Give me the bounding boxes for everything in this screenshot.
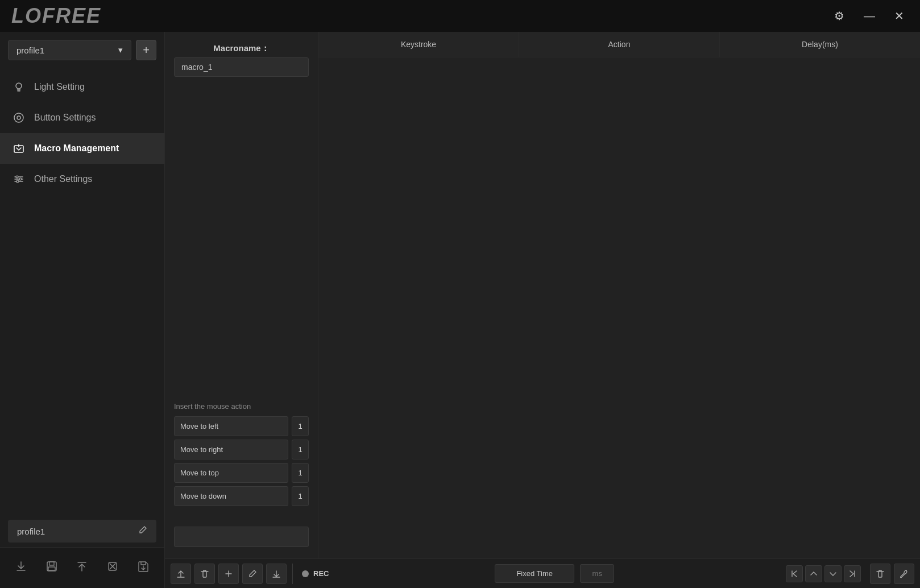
move-down-row: Move to down 1	[174, 486, 309, 506]
settings-button[interactable]: ⚙	[830, 7, 849, 25]
sidebar-item-button-settings[interactable]: Button Settings	[0, 102, 164, 133]
rec-label: REC	[313, 569, 329, 578]
macro-table-body	[318, 57, 920, 558]
sidebar-import-button[interactable]	[11, 557, 31, 579]
ms-input[interactable]	[580, 564, 614, 583]
profile-label: profile1	[17, 527, 45, 536]
nav-items: Light Setting Button Settings	[0, 72, 164, 588]
macro-icon	[11, 141, 26, 156]
fixed-time-section: Fixed Time	[332, 564, 777, 583]
move-left-row: Move to left 1	[174, 416, 309, 436]
move-top-row: Move to top 1	[174, 463, 309, 483]
profile-selector: profile1 ▾ +	[8, 40, 156, 60]
sidebar-item-label-light: Light Setting	[34, 82, 85, 92]
arrow-buttons	[786, 565, 861, 582]
sidebar-item-label-button: Button Settings	[34, 113, 96, 123]
move-top-value: 1	[292, 463, 309, 483]
sidebar-bottom-toolbar	[0, 547, 164, 588]
chevron-down-icon: ▾	[118, 45, 123, 55]
macro-name-bottom-input[interactable]	[174, 527, 309, 547]
move-left-button[interactable]: Move to left	[174, 416, 288, 436]
mouse-action-section: Insert the mouse action Move to left 1 M…	[174, 402, 309, 510]
arrow-last-button[interactable]	[844, 565, 861, 582]
svg-rect-12	[48, 567, 55, 570]
profile-add-button[interactable]: +	[136, 40, 156, 60]
profile-edit-button[interactable]	[138, 525, 147, 537]
svg-point-0	[16, 83, 22, 89]
toolbar-add-button[interactable]	[218, 564, 239, 584]
table-header-delay: Delay(ms)	[720, 32, 920, 57]
window-controls: ⚙ — ✕	[830, 7, 909, 25]
sidebar: profile1 ▾ + Light Setting	[0, 32, 165, 588]
move-right-row: Move to right 1	[174, 440, 309, 459]
other-settings-icon	[11, 172, 26, 187]
move-right-value: 1	[292, 440, 309, 459]
toolbar-clear-button[interactable]	[870, 564, 890, 584]
toolbar-trash-button[interactable]	[194, 564, 215, 584]
profile-label-bar: profile1	[8, 520, 156, 543]
button-settings-icon	[11, 110, 26, 125]
move-down-button[interactable]: Move to down	[174, 486, 288, 506]
arrow-first-button[interactable]	[786, 565, 803, 582]
macroname-input[interactable]	[174, 57, 309, 77]
macroname-section: Macroname：	[174, 43, 309, 77]
macro-bottom-buttons	[171, 564, 293, 584]
macro-right-panel: Keystroke Action Delay(ms)	[318, 32, 920, 558]
profile-dropdown-value: profile1	[16, 45, 44, 55]
macro-table-header: Keystroke Action Delay(ms)	[318, 32, 920, 57]
move-right-button[interactable]: Move to right	[174, 440, 288, 459]
move-top-button[interactable]: Move to top	[174, 463, 288, 483]
arrow-up-button[interactable]	[805, 565, 822, 582]
svg-rect-11	[49, 562, 54, 565]
move-down-value: 1	[292, 486, 309, 506]
svg-point-1	[14, 113, 23, 122]
sidebar-export-button[interactable]	[134, 557, 153, 579]
table-header-keystroke: Keystroke	[318, 32, 519, 57]
app-logo: Lofree	[11, 4, 101, 28]
table-header-action: Action	[519, 32, 720, 57]
macro-name-bottom	[174, 527, 309, 547]
toolbar-upload-button[interactable]	[171, 564, 191, 584]
arrow-down-button[interactable]	[824, 565, 842, 582]
main-layout: profile1 ▾ + Light Setting	[0, 32, 920, 588]
bottom-toolbar: REC Fixed Time	[165, 558, 920, 588]
mouse-action-title: Insert the mouse action	[174, 402, 309, 411]
rec-dot	[302, 570, 309, 577]
macro-panel: Macroname： Insert the mouse action Move …	[165, 32, 920, 558]
svg-point-8	[19, 178, 22, 180]
toolbar-wrench-button[interactable]	[894, 564, 914, 584]
sidebar-save-button[interactable]	[42, 557, 61, 579]
right-toolbar-actions	[870, 564, 914, 584]
fixed-time-label[interactable]: Fixed Time	[495, 564, 574, 583]
profile-dropdown[interactable]: profile1 ▾	[8, 40, 131, 60]
rec-section: REC	[302, 569, 329, 578]
sidebar-item-other-settings[interactable]: Other Settings	[0, 164, 164, 194]
macro-left-panel: Macroname： Insert the mouse action Move …	[165, 32, 318, 558]
titlebar: Lofree ⚙ — ✕	[0, 0, 920, 32]
minimize-button[interactable]: —	[859, 7, 880, 25]
light-icon	[11, 80, 26, 94]
sidebar-item-light-setting[interactable]: Light Setting	[0, 72, 164, 102]
sidebar-item-macro-management[interactable]: Macro Management	[0, 133, 164, 164]
svg-point-7	[16, 176, 18, 178]
svg-point-2	[17, 116, 20, 119]
sidebar-item-label-macro: Macro Management	[34, 143, 119, 154]
toolbar-edit-button[interactable]	[242, 564, 263, 584]
content-area: Macroname： Insert the mouse action Move …	[165, 32, 920, 588]
sidebar-delete-button[interactable]	[103, 557, 122, 579]
move-left-value: 1	[292, 416, 309, 436]
toolbar-download-button[interactable]	[266, 564, 287, 584]
sidebar-load-button[interactable]	[72, 557, 92, 579]
svg-point-9	[16, 180, 19, 183]
macroname-label: Macroname：	[174, 43, 309, 54]
close-button[interactable]: ✕	[890, 7, 909, 25]
sidebar-item-label-other: Other Settings	[34, 174, 92, 184]
